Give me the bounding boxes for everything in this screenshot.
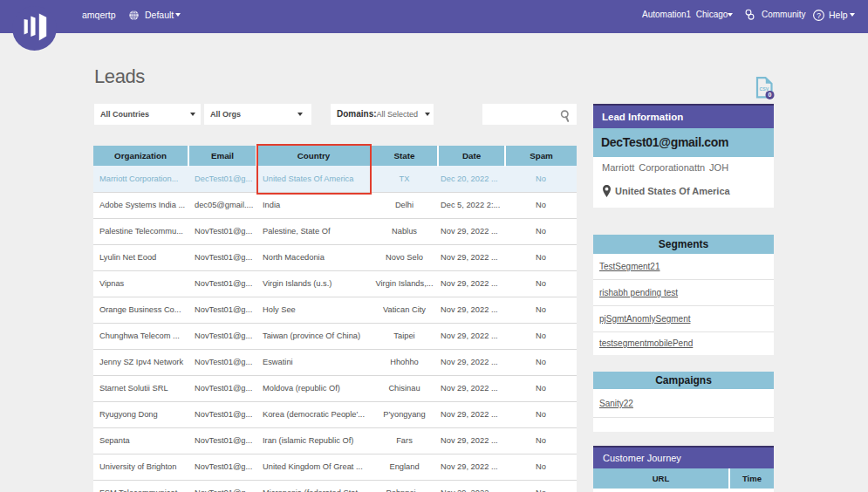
svg-text:?: ? bbox=[817, 11, 821, 20]
svg-text:0: 0 bbox=[768, 92, 771, 98]
svg-text:CSV: CSV bbox=[759, 86, 769, 92]
